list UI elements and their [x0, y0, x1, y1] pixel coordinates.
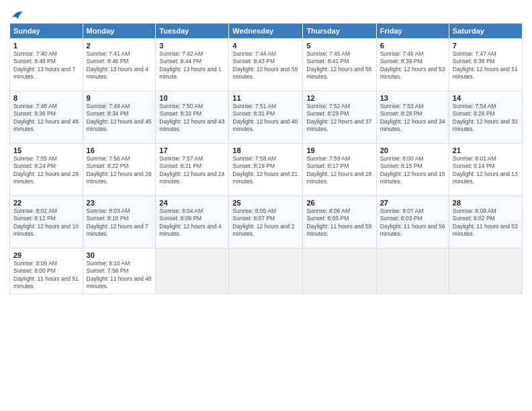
- day-number: 15: [13, 146, 79, 154]
- day-number: 24: [159, 199, 225, 207]
- table-row: 18Sunrise: 7:58 AM Sunset: 8:19 PM Dayli…: [229, 144, 303, 196]
- table-row: 14Sunrise: 7:54 AM Sunset: 8:26 PM Dayli…: [449, 91, 522, 144]
- table-row: 12Sunrise: 7:52 AM Sunset: 8:29 PM Dayli…: [303, 91, 376, 144]
- day-number: 16: [87, 146, 152, 154]
- day-number: 2: [87, 42, 152, 50]
- day-number: 17: [159, 146, 225, 154]
- table-row: 26Sunrise: 8:06 AM Sunset: 8:05 PM Dayli…: [303, 196, 376, 248]
- day-info: Sunrise: 7:40 AM Sunset: 8:48 PM Dayligh…: [13, 50, 79, 81]
- header-tuesday: Tuesday: [156, 24, 229, 39]
- header-sunday: Sunday: [10, 24, 83, 39]
- header-wednesday: Wednesday: [229, 24, 303, 39]
- table-row: 20Sunrise: 8:00 AM Sunset: 8:15 PM Dayli…: [376, 144, 449, 196]
- table-row: 29Sunrise: 8:09 AM Sunset: 8:00 PM Dayli…: [10, 248, 83, 294]
- day-number: 28: [453, 199, 519, 207]
- table-row: 19Sunrise: 7:59 AM Sunset: 8:17 PM Dayli…: [303, 144, 376, 196]
- day-number: 29: [13, 251, 79, 259]
- day-info: Sunrise: 7:44 AM Sunset: 8:43 PM Dayligh…: [232, 50, 299, 81]
- day-number: 23: [87, 199, 152, 207]
- day-info: Sunrise: 8:08 AM Sunset: 8:02 PM Dayligh…: [453, 208, 519, 238]
- day-number: 21: [453, 146, 519, 154]
- table-row: 30Sunrise: 8:10 AM Sunset: 7:58 PM Dayli…: [83, 248, 156, 294]
- table-row: 3Sunrise: 7:42 AM Sunset: 8:44 PM Daylig…: [156, 39, 229, 91]
- table-row: 5Sunrise: 7:45 AM Sunset: 8:41 PM Daylig…: [303, 39, 376, 91]
- table-row: [156, 248, 229, 294]
- table-row: [303, 248, 376, 294]
- day-info: Sunrise: 8:09 AM Sunset: 8:00 PM Dayligh…: [13, 260, 79, 291]
- day-info: Sunrise: 7:58 AM Sunset: 8:19 PM Dayligh…: [232, 155, 299, 186]
- day-info: Sunrise: 8:02 AM Sunset: 8:12 PM Dayligh…: [13, 208, 79, 238]
- header-monday: Monday: [83, 24, 156, 39]
- table-row: [376, 248, 449, 294]
- day-number: 26: [306, 199, 372, 207]
- logo: [9, 9, 24, 20]
- day-info: Sunrise: 7:55 AM Sunset: 8:24 PM Dayligh…: [13, 155, 79, 186]
- logo-bird-icon: [11, 9, 24, 20]
- day-info: Sunrise: 8:10 AM Sunset: 7:58 PM Dayligh…: [87, 260, 152, 291]
- day-info: Sunrise: 7:59 AM Sunset: 8:17 PM Dayligh…: [306, 155, 372, 186]
- day-info: Sunrise: 8:07 AM Sunset: 8:03 PM Dayligh…: [380, 208, 445, 238]
- day-number: 1: [13, 42, 79, 50]
- day-number: 25: [232, 199, 299, 207]
- day-number: 9: [87, 94, 152, 102]
- day-info: Sunrise: 7:53 AM Sunset: 8:28 PM Dayligh…: [380, 103, 445, 134]
- day-info: Sunrise: 7:57 AM Sunset: 8:21 PM Dayligh…: [159, 155, 225, 186]
- table-row: 6Sunrise: 7:46 AM Sunset: 8:39 PM Daylig…: [376, 39, 449, 91]
- day-number: 12: [306, 94, 372, 102]
- day-info: Sunrise: 7:42 AM Sunset: 8:44 PM Dayligh…: [159, 50, 225, 81]
- calendar-header-row: Sunday Monday Tuesday Wednesday Thursday…: [10, 24, 523, 39]
- day-info: Sunrise: 7:41 AM Sunset: 8:46 PM Dayligh…: [87, 50, 152, 81]
- table-row: 9Sunrise: 7:49 AM Sunset: 8:34 PM Daylig…: [83, 91, 156, 144]
- day-number: 30: [87, 251, 152, 259]
- day-number: 10: [159, 94, 225, 102]
- table-row: 21Sunrise: 8:01 AM Sunset: 8:14 PM Dayli…: [449, 144, 522, 196]
- table-row: 4Sunrise: 7:44 AM Sunset: 8:43 PM Daylig…: [229, 39, 303, 91]
- day-number: 6: [380, 42, 445, 50]
- day-number: 14: [453, 94, 519, 102]
- table-row: [229, 248, 303, 294]
- day-info: Sunrise: 8:06 AM Sunset: 8:05 PM Dayligh…: [306, 208, 372, 238]
- table-row: 22Sunrise: 8:02 AM Sunset: 8:12 PM Dayli…: [10, 196, 83, 248]
- day-info: Sunrise: 7:46 AM Sunset: 8:39 PM Dayligh…: [380, 50, 445, 81]
- day-info: Sunrise: 8:05 AM Sunset: 8:07 PM Dayligh…: [232, 208, 299, 238]
- header-saturday: Saturday: [449, 24, 522, 39]
- table-row: 24Sunrise: 8:04 AM Sunset: 8:09 PM Dayli…: [156, 196, 229, 248]
- day-info: Sunrise: 7:49 AM Sunset: 8:34 PM Dayligh…: [87, 103, 152, 134]
- table-row: 16Sunrise: 7:56 AM Sunset: 8:22 PM Dayli…: [83, 144, 156, 196]
- table-row: 2Sunrise: 7:41 AM Sunset: 8:46 PM Daylig…: [83, 39, 156, 91]
- table-row: 11Sunrise: 7:51 AM Sunset: 8:31 PM Dayli…: [229, 91, 303, 144]
- table-row: 17Sunrise: 7:57 AM Sunset: 8:21 PM Dayli…: [156, 144, 229, 196]
- day-number: 11: [232, 94, 299, 102]
- day-info: Sunrise: 7:56 AM Sunset: 8:22 PM Dayligh…: [87, 155, 152, 186]
- table-row: 15Sunrise: 7:55 AM Sunset: 8:24 PM Dayli…: [10, 144, 83, 196]
- day-info: Sunrise: 7:45 AM Sunset: 8:41 PM Dayligh…: [306, 50, 372, 81]
- table-row: 13Sunrise: 7:53 AM Sunset: 8:28 PM Dayli…: [376, 91, 449, 144]
- day-info: Sunrise: 7:50 AM Sunset: 8:33 PM Dayligh…: [159, 103, 225, 134]
- table-row: 8Sunrise: 7:48 AM Sunset: 8:36 PM Daylig…: [10, 91, 83, 144]
- header: [9, 7, 523, 20]
- day-info: Sunrise: 7:52 AM Sunset: 8:29 PM Dayligh…: [306, 103, 372, 134]
- day-number: 4: [232, 42, 299, 50]
- page: Sunday Monday Tuesday Wednesday Thursday…: [0, 0, 532, 411]
- day-info: Sunrise: 7:51 AM Sunset: 8:31 PM Dayligh…: [232, 103, 299, 134]
- table-row: 28Sunrise: 8:08 AM Sunset: 8:02 PM Dayli…: [449, 196, 522, 248]
- day-number: 3: [159, 42, 225, 50]
- table-row: 7Sunrise: 7:47 AM Sunset: 8:38 PM Daylig…: [449, 39, 522, 91]
- day-number: 13: [380, 94, 445, 102]
- calendar-table: Sunday Monday Tuesday Wednesday Thursday…: [9, 23, 523, 294]
- day-number: 22: [13, 199, 79, 207]
- table-row: 23Sunrise: 8:03 AM Sunset: 8:10 PM Dayli…: [83, 196, 156, 248]
- header-friday: Friday: [376, 24, 449, 39]
- day-info: Sunrise: 7:48 AM Sunset: 8:36 PM Dayligh…: [13, 103, 79, 134]
- day-number: 8: [13, 94, 79, 102]
- day-number: 27: [380, 199, 445, 207]
- table-row: 27Sunrise: 8:07 AM Sunset: 8:03 PM Dayli…: [376, 196, 449, 248]
- header-thursday: Thursday: [303, 24, 376, 39]
- day-number: 5: [306, 42, 372, 50]
- day-info: Sunrise: 7:54 AM Sunset: 8:26 PM Dayligh…: [453, 103, 519, 134]
- day-number: 18: [232, 146, 299, 154]
- table-row: 1Sunrise: 7:40 AM Sunset: 8:48 PM Daylig…: [10, 39, 83, 91]
- day-info: Sunrise: 8:00 AM Sunset: 8:15 PM Dayligh…: [380, 155, 445, 186]
- day-number: 19: [306, 146, 372, 154]
- day-number: 7: [453, 42, 519, 50]
